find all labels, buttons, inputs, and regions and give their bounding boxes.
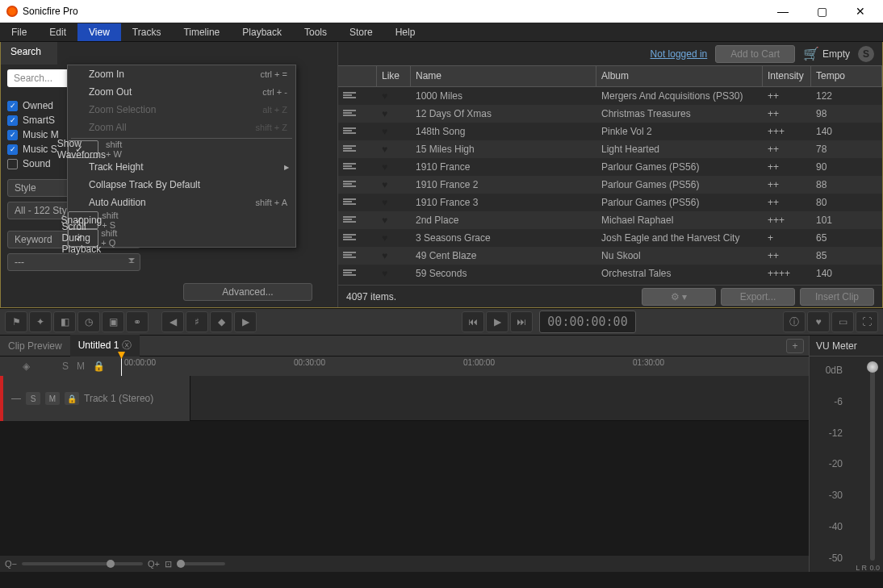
menu-view[interactable]: View <box>77 23 121 41</box>
maximize-button[interactable]: ▢ <box>806 2 838 21</box>
sliders-icon[interactable]: ♯ <box>186 311 208 332</box>
menu-item-collapse-track-by-default[interactable]: Collapse Track By Default <box>68 176 295 194</box>
cell-intensity: ++ <box>763 108 811 119</box>
close-button[interactable]: ✕ <box>844 2 877 21</box>
table-row[interactable]: ♥2nd PlaceMichael Raphael+++101 <box>338 211 882 229</box>
playhead[interactable] <box>121 357 122 376</box>
heart-icon[interactable]: ♥ <box>807 311 830 332</box>
heart-icon[interactable]: ♥ <box>382 161 387 173</box>
menu-edit[interactable]: Edit <box>38 23 77 41</box>
camera-icon[interactable]: ▣ <box>102 311 124 332</box>
mute-button[interactable]: M <box>45 392 60 405</box>
app-title: Sonicfire Pro <box>23 6 78 17</box>
col-like[interactable]: Like <box>377 66 411 86</box>
heart-icon[interactable]: ♥ <box>382 197 387 208</box>
menu-playback[interactable]: Playback <box>231 23 293 41</box>
tab-clip-preview[interactable]: Clip Preview <box>0 336 70 356</box>
menu-item-scroll-during-playback[interactable]: Scroll During Playbackshift + Q <box>68 229 98 247</box>
table-row[interactable]: ♥1000 MilesMergers And Acquisitions (PS3… <box>338 87 882 105</box>
insert-clip-button[interactable]: Insert Clip <box>800 288 874 306</box>
table-row[interactable]: ♥148th SongPinkle Vol 2+++140 <box>338 123 882 140</box>
keyframe-icon[interactable]: ◆ <box>210 311 232 332</box>
menu-file[interactable]: File <box>0 23 38 41</box>
heart-icon[interactable]: ♥ <box>382 268 387 279</box>
minimize-button[interactable]: — <box>767 2 799 21</box>
link-icon[interactable]: ⚭ <box>126 311 149 332</box>
track-lane[interactable] <box>190 376 809 420</box>
dock-icon[interactable]: ◧ <box>53 311 76 332</box>
col-name[interactable]: Name <box>411 66 596 86</box>
menu-item-zoom-out[interactable]: Zoom Outctrl + - <box>68 83 295 101</box>
menu-item-track-height[interactable]: Track Height <box>68 158 295 176</box>
gear-button[interactable]: ⚙ ▾ <box>642 288 716 306</box>
expand-icon[interactable]: ⛶ <box>856 311 878 332</box>
table-row[interactable]: ♥3 Seasons GraceJosh Eagle and the Harve… <box>338 229 882 247</box>
heart-icon[interactable]: ♥ <box>382 90 387 102</box>
zoom-in-icon[interactable]: Q+ <box>148 559 160 569</box>
collapse-icon[interactable]: — <box>11 393 21 404</box>
cell-intensity: ++ <box>763 197 811 208</box>
export-button[interactable]: Export... <box>721 288 795 306</box>
cell-intensity: + <box>763 232 811 244</box>
screen-icon[interactable]: ▭ <box>831 311 854 332</box>
menu-item-show-waveforms[interactable]: Show Waveformsshift + W <box>68 140 98 158</box>
forward-button[interactable]: ⏭ <box>510 311 533 332</box>
keyword-dropdown[interactable]: --- <box>7 253 140 271</box>
h-scroll[interactable] <box>177 562 225 565</box>
flag-icon[interactable]: ⚑ <box>5 311 27 332</box>
menu-item-zoom-in[interactable]: Zoom Inctrl + = <box>68 65 295 83</box>
heart-icon[interactable]: ♥ <box>382 215 387 226</box>
prev-frame-button[interactable]: ◀ <box>161 311 184 332</box>
info-icon[interactable]: ⓘ <box>783 311 806 332</box>
menubar: File Edit View Tracks Timeline Playback … <box>0 23 883 42</box>
table-row[interactable]: ♥1910 France 2Parlour Games (PS56)++88 <box>338 176 882 194</box>
login-link[interactable]: Not logged in <box>651 48 708 60</box>
cell-intensity: ++ <box>763 161 811 173</box>
table-row[interactable]: ♥49 Cent BlazeNu Skool++85 <box>338 247 882 265</box>
heart-icon[interactable]: ♥ <box>382 108 387 119</box>
spark-icon[interactable]: ✦ <box>29 311 52 332</box>
menu-tracks[interactable]: Tracks <box>121 23 173 41</box>
menu-tools[interactable]: Tools <box>293 23 338 41</box>
menu-help[interactable]: Help <box>384 23 427 41</box>
heart-icon[interactable]: ♥ <box>382 179 387 190</box>
layers-icon[interactable]: ◈ <box>23 361 30 372</box>
menu-item-auto-audition[interactable]: Auto Auditionshift + A <box>68 194 295 211</box>
menu-store[interactable]: Store <box>338 23 384 41</box>
clock-icon[interactable]: ◷ <box>77 311 100 332</box>
col-tempo[interactable]: Tempo <box>811 66 882 86</box>
col-album[interactable]: Album <box>596 66 763 86</box>
next-frame-button[interactable]: ▶ <box>234 311 257 332</box>
close-icon[interactable]: ⓧ <box>122 340 132 351</box>
table-row[interactable]: ♥12 Days Of XmasChristmas Treasures++98 <box>338 105 882 123</box>
cart[interactable]: 🛒 Empty <box>803 46 850 61</box>
table-row[interactable]: ♥59 SecondsOrchestral Tales++++140 <box>338 265 882 282</box>
zoom-slider[interactable] <box>22 562 143 565</box>
zoom-fit-icon[interactable]: ⊡ <box>165 559 172 569</box>
vu-slider-knob[interactable] <box>867 361 878 373</box>
cell-intensity: ++ <box>763 179 811 190</box>
logo-icon[interactable]: S <box>858 46 874 62</box>
track-header[interactable]: — S M 🔒 Track 1 (Stereo) <box>3 376 190 421</box>
tab-untitled[interactable]: Untitled 1ⓧ <box>70 335 140 357</box>
menu-timeline[interactable]: Timeline <box>172 23 231 41</box>
rewind-button[interactable]: ⏮ <box>462 311 484 332</box>
table-row[interactable]: ♥1910 France 3Parlour Games (PS56)++80 <box>338 194 882 211</box>
heart-icon[interactable]: ♥ <box>382 144 387 155</box>
advanced-button[interactable]: Advanced... <box>183 283 312 301</box>
zoom-out-icon[interactable]: Q− <box>5 559 17 569</box>
vu-slider-track[interactable] <box>870 365 875 561</box>
solo-button[interactable]: S <box>26 392 40 405</box>
timecode[interactable]: 00:00:00:00 <box>539 311 636 333</box>
search-tab[interactable]: Search <box>1 42 57 65</box>
heart-icon[interactable]: ♥ <box>382 232 387 244</box>
table-row[interactable]: ♥15 Miles HighLight Hearted++78 <box>338 140 882 158</box>
add-to-cart-button[interactable]: Add to Cart <box>715 45 795 63</box>
add-tab-button[interactable]: + <box>786 339 804 353</box>
col-intensity[interactable]: Intensity <box>763 66 811 86</box>
table-row[interactable]: ♥1910 FranceParlour Games (PS56)++90 <box>338 158 882 176</box>
play-button[interactable]: ▶ <box>486 311 508 332</box>
heart-icon[interactable]: ♥ <box>382 126 387 137</box>
heart-icon[interactable]: ♥ <box>382 250 387 261</box>
lock-button[interactable]: 🔒 <box>65 392 79 405</box>
